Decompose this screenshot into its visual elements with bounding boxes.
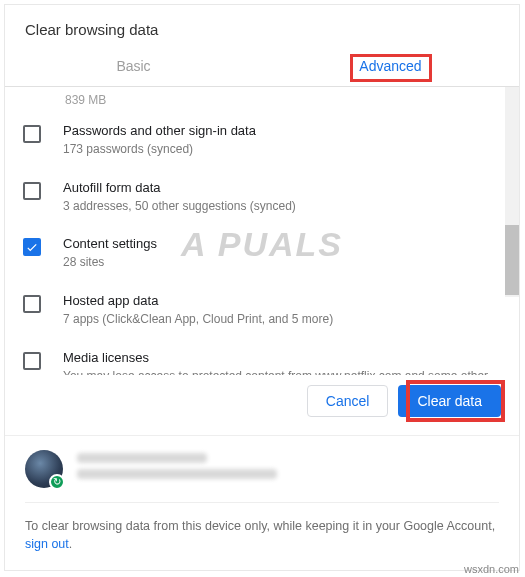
list-item: Media licenses You may lose access to pr…	[23, 342, 501, 375]
item-text: Content settings 28 sites	[63, 236, 501, 271]
tab-basic[interactable]: Basic	[5, 48, 262, 86]
tab-label: Advanced	[359, 58, 421, 74]
sign-out-link[interactable]: sign out	[25, 537, 69, 551]
item-text: Passwords and other sign-in data 173 pas…	[63, 123, 501, 158]
tab-advanced[interactable]: Advanced	[262, 48, 519, 86]
item-text: Autofill form data 3 addresses, 50 other…	[63, 180, 501, 215]
list-item: Content settings 28 sites	[23, 228, 501, 285]
checkmark-icon	[25, 240, 39, 254]
item-title: Media licenses	[63, 350, 501, 367]
items-scroll-area[interactable]: 839 MB Passwords and other sign-in data …	[5, 87, 519, 375]
checkbox-autofill[interactable]	[23, 182, 41, 200]
button-label: Cancel	[326, 393, 370, 409]
item-sub: 7 apps (Click&Clean App, Cloud Print, an…	[63, 311, 501, 328]
sync-badge-icon	[49, 474, 65, 490]
list-item: Passwords and other sign-in data 173 pas…	[23, 115, 501, 172]
checkbox-content-settings[interactable]	[23, 238, 41, 256]
scrollbar-thumb[interactable]	[505, 225, 519, 295]
list-item: Hosted app data 7 apps (Click&Clean App,…	[23, 285, 501, 342]
avatar	[25, 450, 63, 488]
checkbox-hosted-app-data[interactable]	[23, 295, 41, 313]
item-sub: 28 sites	[63, 254, 501, 271]
item-title: Content settings	[63, 236, 501, 253]
item-text: Hosted app data 7 apps (Click&Clean App,…	[63, 293, 501, 328]
checkbox-media-licenses[interactable]	[23, 352, 41, 370]
truncated-prev-item-sub: 839 MB	[23, 91, 501, 115]
footer-text: To clear browsing data from this device …	[25, 519, 495, 533]
source-credit: wsxdn.com	[464, 563, 519, 575]
checkbox-passwords[interactable]	[23, 125, 41, 143]
redacted-email	[77, 469, 277, 479]
item-title: Passwords and other sign-in data	[63, 123, 501, 140]
item-title: Autofill form data	[63, 180, 501, 197]
profile-sync-block	[5, 435, 519, 494]
item-title: Hosted app data	[63, 293, 501, 310]
profile-text-redacted	[77, 453, 277, 485]
item-sub: 173 passwords (synced)	[63, 141, 501, 158]
dialog-title: Clear browsing data	[5, 5, 519, 48]
tabs: Basic Advanced	[5, 48, 519, 87]
footer-note: To clear browsing data from this device …	[5, 503, 519, 571]
item-sub: 3 addresses, 50 other suggestions (synce…	[63, 198, 501, 215]
tab-label: Basic	[116, 58, 150, 74]
list-item: Autofill form data 3 addresses, 50 other…	[23, 172, 501, 229]
cancel-button[interactable]: Cancel	[307, 385, 389, 417]
clear-browsing-data-dialog: Clear browsing data Basic Advanced 839 M…	[4, 4, 520, 571]
clear-data-button[interactable]: Clear data	[398, 385, 501, 417]
item-text: Media licenses You may lose access to pr…	[63, 350, 501, 375]
redacted-name	[77, 453, 207, 463]
footer-text-after: .	[69, 537, 72, 551]
button-label: Clear data	[417, 393, 482, 409]
item-sub: You may lose access to protected content…	[63, 368, 501, 375]
dialog-actions: Cancel Clear data	[5, 375, 519, 435]
